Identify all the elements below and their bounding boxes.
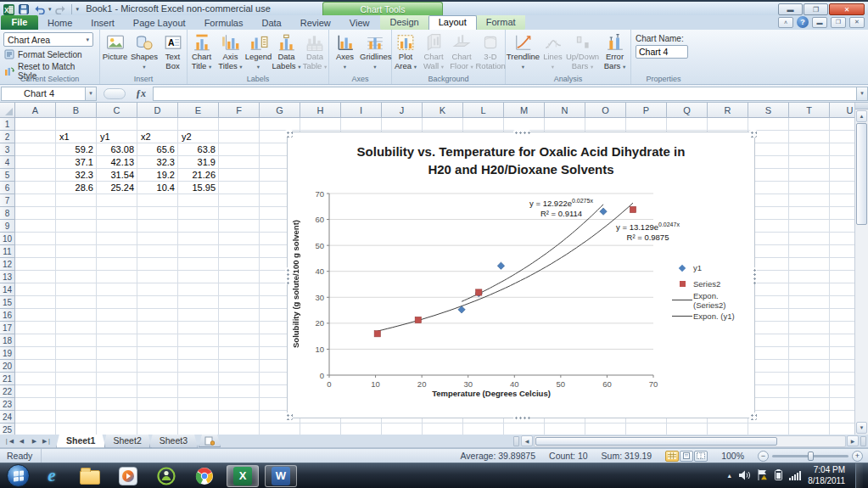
- row-header-2[interactable]: 2: [0, 131, 15, 143]
- data-point-Series2[interactable]: [415, 317, 421, 323]
- cell-B6[interactable]: 28.6: [56, 182, 97, 194]
- row-header-18[interactable]: 18: [0, 334, 15, 347]
- horizontal-split-handle-right[interactable]: [860, 436, 866, 446]
- file-tab[interactable]: File: [1, 15, 38, 30]
- row-header-20[interactable]: 20: [0, 360, 15, 373]
- chart-handle-bottom[interactable]: [513, 415, 530, 420]
- sheet-tab-sheet2[interactable]: Sheet2: [103, 435, 151, 448]
- shapes-button[interactable]: Shapes▾: [130, 31, 159, 74]
- row-header-1[interactable]: 1: [0, 118, 15, 131]
- column-header-O[interactable]: O: [585, 103, 626, 118]
- name-box[interactable]: Chart 4: [1, 87, 86, 101]
- column-header-N[interactable]: N: [545, 103, 585, 118]
- column-header-T[interactable]: T: [789, 103, 830, 118]
- scroll-left-icon[interactable]: ◀: [521, 435, 533, 446]
- tab-insert[interactable]: Insert: [81, 16, 124, 30]
- internet-explorer-icon[interactable]: e: [36, 465, 68, 487]
- horizontal-scroll-thumb[interactable]: [535, 437, 777, 446]
- show-desktop-button[interactable]: [855, 463, 863, 488]
- row-header-14[interactable]: 14: [0, 283, 15, 296]
- chart-handle-left[interactable]: [285, 267, 290, 284]
- word-taskbar-icon[interactable]: W: [265, 465, 297, 487]
- cell-C5[interactable]: 31.54: [97, 169, 137, 182]
- chart-handle-nw[interactable]: [285, 130, 293, 137]
- axes-button[interactable]: Axes▾: [330, 31, 360, 74]
- cell-C2[interactable]: y1: [97, 131, 137, 143]
- column-header-I[interactable]: I: [341, 103, 382, 118]
- legend-item-y1[interactable]: y1: [671, 260, 753, 276]
- row-header-15[interactable]: 15: [0, 296, 15, 309]
- zoom-level[interactable]: 100%: [721, 451, 744, 461]
- vertical-scroll-thumb[interactable]: [856, 123, 867, 225]
- column-header-E[interactable]: E: [178, 103, 219, 118]
- column-header-U[interactable]: U: [830, 103, 854, 118]
- workbook-minimize-icon[interactable]: ▬: [812, 17, 827, 28]
- chart-title-button[interactable]: Chart Title ▾: [188, 31, 216, 74]
- formula-bar-handle[interactable]: [104, 88, 126, 99]
- cell-D2[interactable]: x2: [137, 131, 178, 143]
- row-header-24[interactable]: 24: [0, 411, 15, 423]
- data-point-Series2[interactable]: [630, 206, 636, 212]
- chart-handle-right[interactable]: [752, 267, 757, 284]
- tab-page-layout[interactable]: Page Layout: [124, 16, 195, 30]
- restore-button[interactable]: ❐: [804, 3, 828, 15]
- first-sheet-icon[interactable]: ❘◀: [3, 438, 14, 445]
- tab-format[interactable]: Format: [477, 15, 525, 30]
- data-point-y1[interactable]: [497, 262, 504, 269]
- column-header-S[interactable]: S: [748, 103, 789, 118]
- trendline-equation-series2[interactable]: y = 13.129e0.0247x R² = 0.9875: [586, 222, 709, 243]
- chart-handle-ne[interactable]: [749, 130, 757, 137]
- column-header-D[interactable]: D: [137, 103, 178, 118]
- save-icon[interactable]: [18, 3, 30, 15]
- messenger-icon[interactable]: [150, 465, 182, 487]
- row-header-4[interactable]: 4: [0, 156, 15, 169]
- network-signal-icon[interactable]: [789, 470, 801, 482]
- select-all-corner[interactable]: [0, 103, 15, 118]
- excel-taskbar-icon[interactable]: X: [227, 465, 259, 487]
- plot-area-button[interactable]: Plot Area ▾: [392, 31, 420, 74]
- column-header-J[interactable]: J: [382, 103, 423, 118]
- tab-formulas[interactable]: Formulas: [195, 16, 253, 30]
- formula-input[interactable]: [153, 87, 856, 101]
- zoom-out-icon[interactable]: −: [758, 451, 769, 462]
- cell-E6[interactable]: 15.95: [178, 182, 219, 194]
- page-layout-view-icon[interactable]: [680, 451, 693, 462]
- column-header-Q[interactable]: Q: [667, 103, 708, 118]
- cell-D6[interactable]: 10.4: [137, 182, 178, 194]
- column-header-R[interactable]: R: [708, 103, 748, 118]
- scroll-right-icon[interactable]: ▶: [847, 435, 859, 446]
- error-bars-button[interactable]: Error Bars ▾: [600, 31, 630, 74]
- trendline-expon-y1-[interactable]: [462, 205, 603, 301]
- excel-app-icon[interactable]: X: [3, 3, 14, 15]
- chart-handle-top[interactable]: [513, 130, 530, 135]
- chevron-down-icon[interactable]: ▾: [82, 36, 92, 43]
- battery-icon[interactable]: [775, 469, 782, 482]
- row-header-22[interactable]: 22: [0, 385, 15, 398]
- cell-B4[interactable]: 37.1: [56, 156, 97, 169]
- next-sheet-icon[interactable]: ▶: [29, 438, 40, 445]
- column-header-K[interactable]: K: [423, 103, 463, 118]
- row-header-3[interactable]: 3: [0, 143, 15, 156]
- cell-E3[interactable]: 63.8: [178, 143, 219, 156]
- close-button[interactable]: ✕: [829, 3, 865, 15]
- workbook-restore-icon[interactable]: ❐: [831, 17, 846, 28]
- help-icon[interactable]: ?: [797, 16, 809, 28]
- row-header-17[interactable]: 17: [0, 322, 15, 334]
- row-header-21[interactable]: 21: [0, 373, 15, 385]
- start-button[interactable]: [7, 464, 30, 487]
- taskbar-clock[interactable]: 7:04 PM 8/18/2011: [808, 465, 848, 486]
- prev-sheet-icon[interactable]: ◀: [16, 438, 27, 445]
- tab-review[interactable]: Review: [291, 16, 340, 30]
- row-header-10[interactable]: 10: [0, 233, 15, 245]
- tab-layout[interactable]: Layout: [428, 15, 477, 30]
- chart-object[interactable]: Solubility vs. Temperature for Oxalic Ac…: [287, 132, 755, 418]
- cell-D4[interactable]: 32.3: [137, 156, 178, 169]
- column-header-A[interactable]: A: [15, 103, 56, 118]
- cell-B2[interactable]: x1: [56, 131, 97, 143]
- horizontal-split-handle[interactable]: [513, 436, 519, 446]
- legend-button[interactable]: Legend▾: [245, 31, 272, 74]
- format-selection-button[interactable]: Format Selection: [3, 49, 96, 59]
- insert-function-icon[interactable]: ƒx: [136, 87, 146, 100]
- trendline-equation-y1[interactable]: y = 12.922e0.0275x R² = 0.9114: [500, 198, 623, 219]
- minimize-ribbon-icon[interactable]: ˄: [778, 17, 793, 28]
